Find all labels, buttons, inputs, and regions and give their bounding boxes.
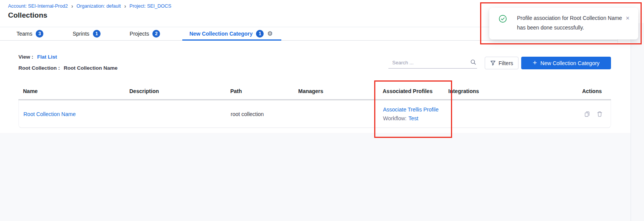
tab-sprints-label: Sprints: [73, 31, 89, 37]
breadcrumb-project-link[interactable]: Project: SEI_DOCS: [129, 3, 171, 9]
view-label: View :: [18, 54, 33, 60]
page-title: Collections: [8, 11, 47, 20]
workflow-profile-link[interactable]: Test: [408, 115, 418, 121]
tab-projects-count-badge: 2: [152, 30, 160, 38]
tab-projects[interactable]: Projects 2: [130, 27, 160, 40]
new-collection-category-button[interactable]: + New Collection Category: [521, 57, 611, 69]
view-flat-list-link[interactable]: Flat List: [37, 54, 57, 60]
tab-sprints-count-badge: 1: [93, 30, 101, 38]
toast-message: Profile association for Root Collection …: [517, 13, 623, 33]
gear-icon[interactable]: ⚙: [267, 31, 272, 37]
tab-teams-label: Teams: [17, 31, 32, 37]
success-toast: Profile association for Root Collection …: [489, 8, 638, 39]
breadcrumb-organization-link[interactable]: Organization: default: [76, 3, 121, 9]
column-header-description: Description: [129, 88, 230, 94]
table-header: Name Description Path Managers Associate…: [18, 88, 611, 94]
filters-button[interactable]: Filters: [485, 57, 519, 69]
success-check-icon: [499, 15, 507, 23]
associate-trellis-profile-link[interactable]: Associate Trellis Profile: [383, 106, 449, 113]
copy-icon[interactable]: [584, 111, 590, 117]
plus-icon: +: [533, 59, 537, 66]
column-header-managers: Managers: [298, 88, 383, 94]
breadcrumb-account-link[interactable]: Account: SEI-Internal-Prod2: [8, 3, 68, 9]
column-header-integrations: Integrations: [448, 88, 563, 94]
tab-teams-count-badge: 3: [36, 30, 43, 38]
page-background: [0, 133, 631, 221]
tab-new-collection-category-label: New Collection Category: [189, 31, 253, 37]
search-input[interactable]: [388, 60, 470, 65]
tab-new-collection-category[interactable]: New Collection Category 1 ⚙: [189, 27, 272, 40]
close-icon[interactable]: ✕: [626, 15, 630, 21]
tab-teams[interactable]: Teams 3: [17, 27, 43, 40]
collections-page: Account: SEI-Internal-Prod2 › Organizati…: [0, 0, 644, 221]
table-row: Root Collection Name root collection Ass…: [18, 100, 611, 128]
cell-associated-profiles: Associate Trellis Profile Workflow:Test: [383, 106, 449, 121]
root-collection-value: Root Collection Name: [64, 65, 117, 71]
cell-path: root collection: [231, 111, 299, 117]
column-header-associated-profiles: Associated Profiles: [383, 88, 448, 94]
filters-button-label: Filters: [499, 60, 513, 66]
chevron-right-icon: ›: [71, 3, 73, 9]
column-header-name: Name: [23, 88, 129, 94]
column-header-path: Path: [230, 88, 298, 94]
root-collection-row: Root Collection : Root Collection Name: [18, 65, 117, 71]
search-icon[interactable]: [470, 59, 476, 67]
trash-icon[interactable]: [596, 111, 603, 117]
collection-name-link[interactable]: Root Collection Name: [23, 111, 76, 117]
chevron-right-icon: ›: [124, 3, 126, 9]
root-collection-label: Root Collection :: [18, 65, 60, 71]
filter-funnel-icon: [490, 60, 496, 66]
column-header-actions: Actions: [563, 88, 611, 94]
collections-content-card: View : Flat List Root Collection : Root …: [12, 43, 618, 133]
cell-name: Root Collection Name: [23, 111, 130, 117]
new-collection-category-button-label: New Collection Category: [540, 60, 599, 66]
breadcrumb: Account: SEI-Internal-Prod2 › Organizati…: [8, 3, 171, 9]
cell-actions: [564, 111, 611, 117]
workflow-label: Workflow:: [383, 115, 406, 121]
search-field: [388, 57, 477, 69]
view-row: View : Flat List: [18, 54, 57, 60]
right-gutter-panel: [631, 23, 644, 221]
tab-new-collection-category-count-badge: 1: [256, 30, 264, 38]
tab-projects-label: Projects: [130, 31, 149, 37]
workflow-line: Workflow:Test: [383, 115, 449, 121]
tab-sprints[interactable]: Sprints 1: [73, 27, 101, 40]
